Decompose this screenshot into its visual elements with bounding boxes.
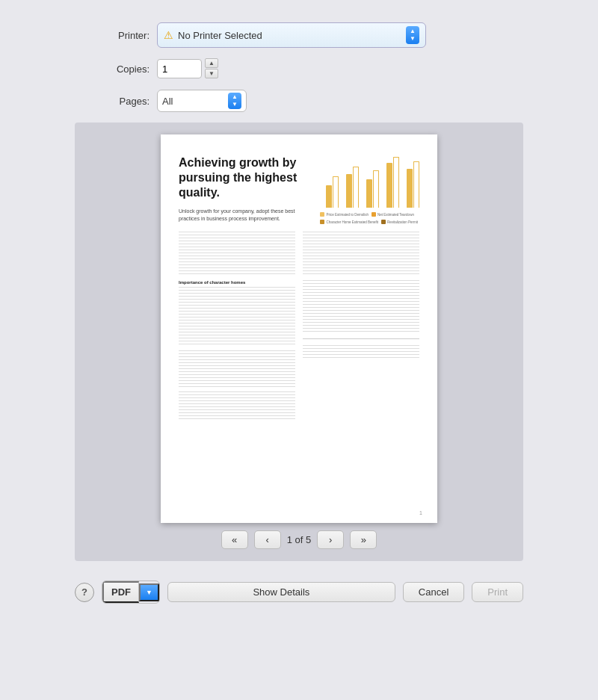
printer-chevrons[interactable]: ▲ ▼ <box>406 26 419 44</box>
preview-section-title: Importance of character homes <box>179 280 295 285</box>
pages-chevron-up-icon: ▲ <box>232 93 238 101</box>
printer-dropdown[interactable]: ⚠ No Printer Selected ▲ ▼ <box>157 22 426 48</box>
preview-page: Achieving growth by pursuing the highest… <box>161 134 437 523</box>
copies-row: Copies: ▲ ▼ <box>75 58 523 79</box>
first-page-button[interactable]: « <box>221 530 248 549</box>
chart-bar-outline <box>393 157 399 208</box>
preview-subtitle: Unlock growth for your company, adopt th… <box>179 208 311 223</box>
chart-bars <box>320 155 425 208</box>
preview-chart: Price Estimated to Demolish Net Estimate… <box>320 155 425 253</box>
show-details-button[interactable]: Show Details <box>167 582 395 602</box>
preview-footer-text <box>303 345 419 360</box>
chart-bar-group-5 <box>407 161 419 208</box>
legend-text-3: Character Home Estimated Benefit <box>326 220 378 224</box>
pages-row: Pages: All ▲ ▼ <box>75 90 523 112</box>
copies-increment-button[interactable]: ▲ <box>205 58 218 68</box>
next-page-button[interactable]: › <box>317 530 344 549</box>
legend-dot-4 <box>381 220 386 224</box>
copies-label: Copies: <box>75 64 150 75</box>
prev-page-button[interactable]: ‹ <box>254 530 281 549</box>
page-indicator: 1 of 5 <box>287 534 312 545</box>
preview-text-block-4 <box>179 391 295 421</box>
preview-page-number: 1 <box>419 510 422 515</box>
preview-text-block-1 <box>179 232 295 276</box>
chart-bar-group-4 <box>386 157 399 208</box>
pdf-group: PDF ▼ <box>102 580 160 604</box>
chart-bar <box>346 174 352 208</box>
legend-text-2: Net Estimated Teardown <box>377 213 414 217</box>
preview-text-block-6 <box>303 280 419 332</box>
chart-bar <box>407 169 413 208</box>
preview-container: Achieving growth by pursuing the highest… <box>75 123 523 561</box>
printer-row: Printer: ⚠ No Printer Selected ▲ ▼ <box>75 22 523 48</box>
chart-bar <box>366 179 372 208</box>
legend-item-4: Revitalization Permit <box>381 220 418 224</box>
legend-dot-2 <box>372 212 376 217</box>
chart-bar-outline <box>373 170 379 208</box>
print-button[interactable]: Print <box>472 582 523 602</box>
printer-label: Printer: <box>75 30 150 41</box>
preview-title: Achieving growth by pursuing the highest… <box>179 155 311 200</box>
pdf-chevron-down-icon: ▼ <box>146 589 152 596</box>
legend-text-1: Price Estimated to Demolish <box>326 213 369 217</box>
copies-decrement-button[interactable]: ▼ <box>205 69 218 78</box>
help-button[interactable]: ? <box>75 583 94 602</box>
copies-input[interactable] <box>157 59 202 78</box>
pages-label: Pages: <box>75 96 150 107</box>
legend-item-2: Net Estimated Teardown <box>372 212 414 217</box>
chart-bar-outline <box>333 176 339 208</box>
chevron-down-icon: ▼ <box>410 35 416 43</box>
preview-divider <box>303 338 419 339</box>
legend-text-4: Revitalization Permit <box>387 220 418 224</box>
pages-chevron-down-icon: ▼ <box>232 101 238 108</box>
pages-chevrons[interactable]: ▲ ▼ <box>228 93 241 109</box>
legend-dot-3 <box>320 220 324 224</box>
bottom-bar: ? PDF ▼ Show Details Cancel Print <box>75 580 523 604</box>
chart-bar <box>326 185 332 208</box>
chart-bar-outline <box>353 167 359 208</box>
warning-icon: ⚠ <box>164 29 173 41</box>
print-dialog: Printer: ⚠ No Printer Selected ▲ ▼ Copie… <box>0 0 598 700</box>
chart-bar-outline <box>413 161 419 208</box>
pdf-button[interactable]: PDF <box>102 581 139 603</box>
chevron-up-icon: ▲ <box>410 28 416 35</box>
copies-input-wrap: ▲ ▼ <box>157 58 218 79</box>
preview-text-block-3 <box>179 350 295 388</box>
pdf-dropdown-button[interactable]: ▼ <box>139 583 159 601</box>
legend-item-1: Price Estimated to Demolish <box>320 212 369 217</box>
pages-value: All <box>162 96 225 107</box>
preview-col-right <box>303 232 419 425</box>
legend-item-3: Character Home Estimated Benefit <box>320 220 378 224</box>
last-page-button[interactable]: » <box>350 530 377 549</box>
pagination-controls: « ‹ 1 of 5 › » <box>221 530 377 549</box>
legend-dot-1 <box>320 212 324 217</box>
chart-bar <box>386 163 392 208</box>
chart-bar-group-3 <box>366 170 379 208</box>
cancel-button[interactable]: Cancel <box>403 582 464 602</box>
preview-columns: Importance of character homes <box>179 232 419 425</box>
preview-col-left: Importance of character homes <box>179 232 295 425</box>
preview-text-block-2 <box>179 287 295 347</box>
chart-bar-group-2 <box>346 167 359 208</box>
printer-value: No Printer Selected <box>178 30 401 41</box>
chart-legend: Price Estimated to Demolish Net Estimate… <box>320 212 425 224</box>
pages-dropdown[interactable]: All ▲ ▼ <box>157 90 247 112</box>
copies-stepper: ▲ ▼ <box>205 58 218 79</box>
chart-bar-group-1 <box>326 176 339 208</box>
